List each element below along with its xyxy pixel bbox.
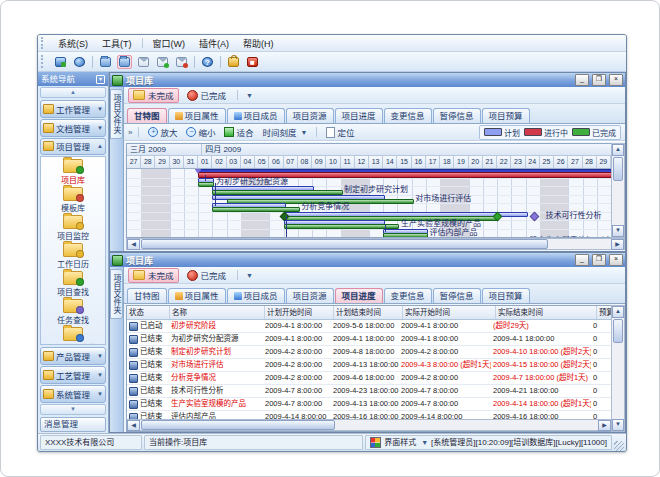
gantt-vscrollbar[interactable]: ▲ ▼ xyxy=(611,143,625,238)
menu-item-1[interactable]: 工具(T) xyxy=(95,36,139,51)
hscroll-thumb[interactable] xyxy=(141,420,335,430)
column-header-3[interactable]: 计划结束时间 xyxy=(334,306,403,319)
window-titlebar[interactable]: 项目库 _ ❐ × xyxy=(110,253,625,267)
workspace-icon[interactable] xyxy=(53,55,68,69)
scroll-up-icon[interactable]: ▲ xyxy=(612,144,624,156)
report-new-icon[interactable] xyxy=(174,55,189,69)
menu-item-3[interactable]: 插件(A) xyxy=(192,36,236,51)
scroll-down-icon[interactable]: ▼ xyxy=(612,225,624,237)
sidebar-item-0[interactable]: 项目库 xyxy=(41,159,105,185)
menu-item-4[interactable]: 帮助(H) xyxy=(236,36,281,51)
tab-4[interactable]: 项目进度 xyxy=(335,288,383,303)
resize-grip[interactable] xyxy=(614,441,624,451)
toolbar-grip[interactable] xyxy=(41,55,48,68)
tab-1[interactable]: 项目属性 xyxy=(168,288,226,303)
tab-0[interactable]: 甘特图 xyxy=(127,288,167,303)
sidebar-group-bottom-2[interactable]: 系统管理▼ xyxy=(40,385,106,403)
tab-7[interactable]: 项目预算 xyxy=(482,108,530,123)
scroll-left-icon[interactable]: ◀ xyxy=(127,239,140,250)
scroll-left-icon[interactable]: ◀ xyxy=(127,420,140,431)
project-folder-vtab[interactable]: 项目文件夹 xyxy=(110,269,123,319)
fit-button[interactable]: 适合 xyxy=(221,125,256,139)
column-header-2[interactable]: 计划开始时间 xyxy=(265,306,334,319)
scroll-right-icon[interactable]: ▶ xyxy=(598,420,611,431)
table-row-2[interactable]: 已结束制定初步研究计划2009-4-2 8:00:002009-4-8 18:0… xyxy=(127,346,611,359)
scroll-down-icon[interactable]: ▼ xyxy=(612,419,624,431)
filter-1[interactable]: 已完成 xyxy=(182,268,232,283)
sidebar-collapse-top[interactable]: ▲ xyxy=(40,87,106,98)
tab-3[interactable]: 项目资源 xyxy=(286,288,334,303)
filter-1[interactable]: 已完成 xyxy=(182,88,232,103)
filter-active-0[interactable]: 未完成 xyxy=(128,88,179,103)
sidebar-item-2[interactable]: 项目监控 xyxy=(41,215,105,241)
column-header-5[interactable]: 实际结束时间 xyxy=(496,306,597,319)
column-header-4[interactable]: 实际开始时间 xyxy=(403,306,496,319)
zoom-in-button[interactable]: +放大 xyxy=(145,125,180,139)
sidebar-item-3[interactable]: 工作日历 xyxy=(41,243,105,269)
close-button[interactable]: × xyxy=(609,254,623,266)
close-button[interactable]: × xyxy=(609,74,623,86)
gantt-hscrollbar[interactable]: ◀ ▶ xyxy=(126,238,625,250)
menu-item-0[interactable]: 系统(S) xyxy=(51,36,95,51)
table-row-3[interactable]: 已结束对市场进行评估2009-4-2 8:00:002009-4-13 18:0… xyxy=(127,359,611,372)
hscroll-thumb[interactable] xyxy=(141,239,548,249)
sidebar-item-5[interactable]: 任务查找 xyxy=(41,299,105,325)
tab-1[interactable]: 项目属性 xyxy=(168,108,226,123)
locate-button[interactable]: 定位 xyxy=(323,125,357,139)
scroll-right-icon[interactable]: ▶ xyxy=(611,239,624,250)
tab-5[interactable]: 变更信息 xyxy=(384,108,432,123)
column-header-0[interactable]: 状态 xyxy=(127,306,170,319)
table-row-5[interactable]: 已结束技术可行性分析2009-4-7 8:00:002009-4-23 18:0… xyxy=(127,385,611,398)
table-row-6[interactable]: 已结束生产实验室规模的产品2009-4-7 8:00:002009-4-13 1… xyxy=(127,398,611,411)
tab-5[interactable]: 变更信息 xyxy=(384,288,432,303)
report-ok-icon[interactable] xyxy=(155,55,170,69)
scroll-up-icon[interactable]: ▲ xyxy=(612,306,624,318)
project-folder-vtab[interactable]: 项目文件夹 xyxy=(110,89,123,139)
filter-dropdown-icon[interactable]: ▼ xyxy=(246,92,253,99)
filter-active-0[interactable]: 未完成 xyxy=(128,268,179,283)
sidebar-item-6[interactable]: 项目文档查找 xyxy=(41,327,105,346)
help-icon[interactable]: ? xyxy=(200,55,215,69)
tab-2[interactable]: 项目成员 xyxy=(227,108,285,123)
menu-item-2[interactable]: 窗口(W) xyxy=(146,36,193,51)
tab-6[interactable]: 暂停信息 xyxy=(433,108,481,123)
tab-2[interactable]: 项目成员 xyxy=(227,288,285,303)
tab-0[interactable]: 甘特图 xyxy=(127,108,167,123)
tab-3[interactable]: 项目资源 xyxy=(286,108,334,123)
filter-dropdown-icon[interactable]: ▼ xyxy=(246,272,253,279)
pin-icon[interactable]: ▾ xyxy=(96,75,105,84)
overflow-chevron-icon[interactable]: » xyxy=(128,128,132,137)
sidebar-item-1[interactable]: 模板库 xyxy=(41,187,105,213)
zoom-out-button[interactable]: −缩小 xyxy=(183,125,218,139)
globe-icon[interactable] xyxy=(72,55,87,69)
column-header-6[interactable]: 预算 xyxy=(597,306,611,319)
open-folder-icon[interactable] xyxy=(98,55,113,69)
tab-4[interactable]: 项目进度 xyxy=(335,108,383,123)
menubar-grip[interactable] xyxy=(41,37,48,48)
report-icon[interactable] xyxy=(136,55,151,69)
sidebar-group-top-1[interactable]: 文档管理▼ xyxy=(40,119,106,137)
tab-6[interactable]: 暂停信息 xyxy=(433,288,481,303)
tab-7[interactable]: 项目预算 xyxy=(482,288,530,303)
save-folder-icon[interactable] xyxy=(117,55,132,69)
gantt-grid[interactable]: 为初步研究分配资源制定初步研究计划对市场进行评估分析竞争情况技术可行性分析生产实… xyxy=(127,169,611,237)
exit-icon[interactable]: ■ xyxy=(245,55,260,69)
restore-button[interactable]: ❐ xyxy=(592,74,606,86)
ui-style-button[interactable]: 界面样式 ▼ [系统管理员][10:20:09][培训数据库][Lucky][1… xyxy=(365,435,612,450)
sidebar-collapse-bottom[interactable]: ▼ xyxy=(40,404,106,415)
table-row-4[interactable]: 已结束分析竞争情况2009-4-2 8:00:002009-4-6 18:00:… xyxy=(127,372,611,385)
sidebar-group-bottom-1[interactable]: 工艺管理▼ xyxy=(40,366,106,384)
table-row-7[interactable]: 已结束评估内部产品2009-4-14 8:00:002009-4-16 18:0… xyxy=(127,411,611,419)
restore-button[interactable]: ❐ xyxy=(592,254,606,266)
sidebar-group-bottom-0[interactable]: 产品管理▼ xyxy=(40,347,106,365)
column-header-1[interactable]: 名称 xyxy=(170,306,265,319)
time-scale-button[interactable]: 时间刻度▼ xyxy=(260,125,311,139)
window-titlebar[interactable]: 项目库 _ ❐ × xyxy=(110,73,625,87)
minimize-button[interactable]: _ xyxy=(575,74,589,86)
sidebar-item-4[interactable]: 项目查找 xyxy=(41,271,105,297)
sidebar-group-project[interactable]: 项目管理 ▲ xyxy=(40,138,106,155)
table-row-1[interactable]: 已结束为初步研究分配资源2009-4-1 8:00:002009-4-1 18:… xyxy=(127,333,611,346)
table-row-0[interactable]: 已启动初步研究阶段2009-4-1 8:00:002009-5-6 18:00:… xyxy=(127,320,611,333)
table-hscrollbar[interactable]: ◀ ▶ xyxy=(127,419,611,431)
sidebar-tab-messages[interactable]: 消息管理 xyxy=(40,417,106,432)
